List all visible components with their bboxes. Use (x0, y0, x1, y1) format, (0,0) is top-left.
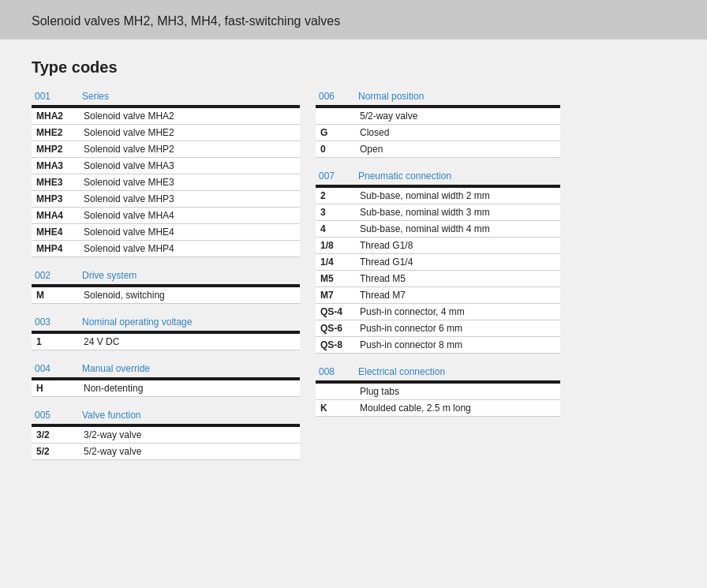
page-wrapper: Solenoid valves MH2, MH3, MH4, fast-swit… (0, 0, 707, 588)
table-row: 4Sub-base, nominal width 4 mm (316, 221, 560, 238)
header-bar: Solenoid valves MH2, MH3, MH4, fast-swit… (0, 0, 707, 39)
row-code: K (316, 400, 355, 417)
row-code: MHA3 (32, 158, 79, 174)
type-code-table: 008Electrical connectionPlug tabsKMoulde… (316, 365, 560, 417)
row-description: 5/2-way valve (79, 444, 284, 460)
row-description: Closed (355, 125, 560, 141)
table-row: 1/4Thread G1/4 (316, 254, 560, 271)
row-code: M5 (316, 271, 355, 287)
row-description: Solenoid valve MHP2 (79, 141, 284, 158)
row-code: MHP4 (32, 241, 79, 257)
row-code: 1 (32, 334, 79, 350)
table-label: Normal position (355, 89, 560, 105)
table-id: 007 (316, 169, 355, 185)
table-row: QS-8Push-in connector 8 mm (316, 337, 560, 354)
left-column: 001SeriesMHA2Solenoid valve MHA2MHE2Sole… (32, 89, 300, 471)
table-row: 124 V DC (32, 334, 300, 350)
row-description: Solenoid valve MHA3 (79, 158, 284, 174)
page-title: Solenoid valves MH2, MH3, MH4, fast-swit… (32, 14, 675, 28)
table-row: 0Open (316, 141, 560, 158)
table-row: Plug tabs (316, 384, 560, 400)
table-id: 004 (32, 361, 79, 377)
row-description: Push-in connector, 4 mm (355, 304, 560, 320)
row-code: 2 (316, 188, 355, 204)
row-code: QS-4 (316, 304, 355, 320)
table-row: GClosed (316, 125, 560, 141)
row-code: QS-6 (316, 320, 355, 337)
table-id: 001 (32, 89, 79, 105)
row-code: M7 (316, 287, 355, 304)
row-description: 3/2-way valve (79, 427, 284, 444)
table-row: 5/2-way valve (316, 108, 560, 125)
row-description: Solenoid valve MHP3 (79, 191, 284, 208)
row-code: QS-8 (316, 337, 355, 354)
table-label: Manual override (79, 361, 284, 377)
row-code: MHE2 (32, 125, 79, 141)
type-code-group: 003Nominal operating voltage124 V DC (32, 315, 300, 350)
row-description: 24 V DC (79, 334, 284, 350)
row-description: Thread M5 (355, 271, 560, 287)
table-id: 005 (32, 408, 79, 424)
row-code: M (32, 287, 79, 304)
table-row: MHA2Solenoid valve MHA2 (32, 108, 300, 125)
row-description: Non-detenting (79, 380, 284, 397)
row-description: Thread M7 (355, 287, 560, 304)
table-id: 006 (316, 89, 355, 105)
table-label: Nominal operating voltage (79, 315, 284, 331)
table-label: Series (79, 89, 284, 105)
table-label: Valve function (79, 408, 284, 424)
tables-container: 001SeriesMHA2Solenoid valve MHA2MHE2Sole… (32, 89, 675, 471)
table-row: M5Thread M5 (316, 271, 560, 287)
row-description: Thread G1/8 (355, 238, 560, 254)
row-description: Push-in connector 6 mm (355, 320, 560, 337)
type-code-group: 008Electrical connectionPlug tabsKMoulde… (316, 365, 560, 417)
row-code: MHP2 (32, 141, 79, 158)
type-code-table: 006Normal position5/2-way valveGClosed0O… (316, 89, 560, 158)
table-row: KMoulded cable, 2.5 m long (316, 400, 560, 417)
row-code: 4 (316, 221, 355, 238)
table-row: MHA3Solenoid valve MHA3 (32, 158, 300, 174)
table-row: MHP3Solenoid valve MHP3 (32, 191, 300, 208)
row-code: 1/4 (316, 254, 355, 271)
row-code: 0 (316, 141, 355, 158)
row-description: Push-in connector 8 mm (355, 337, 560, 354)
row-description: Solenoid valve MHE2 (79, 125, 284, 141)
row-description: Solenoid valve MHE4 (79, 224, 284, 241)
type-code-table: 005Valve function3/23/2-way valve5/25/2-… (32, 408, 300, 460)
table-row: 1/8Thread G1/8 (316, 238, 560, 254)
table-row: HNon-detenting (32, 380, 300, 397)
type-code-table: 004Manual overrideHNon-detenting (32, 361, 300, 397)
row-description: Solenoid, switching (79, 287, 284, 304)
table-row: 3/23/2-way valve (32, 427, 300, 444)
row-description: Solenoid valve MHP4 (79, 241, 284, 257)
row-description: Open (355, 141, 560, 158)
type-code-table: 003Nominal operating voltage124 V DC (32, 315, 300, 350)
row-code (316, 384, 355, 400)
type-code-group: 002Drive systemMSolenoid, switching (32, 268, 300, 304)
table-label: Electrical connection (355, 365, 560, 380)
type-code-group: 004Manual overrideHNon-detenting (32, 361, 300, 397)
row-description: Solenoid valve MHE3 (79, 174, 284, 191)
table-row: MHE4Solenoid valve MHE4 (32, 224, 300, 241)
section-title: Type codes (32, 58, 675, 77)
table-row: MSolenoid, switching (32, 287, 300, 304)
row-code: 1/8 (316, 238, 355, 254)
row-code: MHE3 (32, 174, 79, 191)
type-code-group: 001SeriesMHA2Solenoid valve MHA2MHE2Sole… (32, 89, 300, 257)
type-code-group: 006Normal position5/2-way valveGClosed0O… (316, 89, 560, 158)
row-description: Moulded cable, 2.5 m long (355, 400, 560, 417)
type-code-group: 007Pneumatic connection2Sub-base, nomina… (316, 169, 560, 354)
table-label: Pneumatic connection (355, 169, 560, 185)
row-code: MHE4 (32, 224, 79, 241)
row-description: 5/2-way valve (355, 108, 560, 125)
row-description: Sub-base, nominal width 4 mm (355, 221, 560, 238)
row-description: Plug tabs (355, 384, 560, 400)
row-code: 3/2 (32, 427, 79, 444)
row-description: Sub-base, nominal width 2 mm (355, 188, 560, 204)
row-description: Solenoid valve MHA4 (79, 208, 284, 224)
table-row: MHE3Solenoid valve MHE3 (32, 174, 300, 191)
table-id: 008 (316, 365, 355, 380)
table-row: 3Sub-base, nominal width 3 mm (316, 204, 560, 221)
type-code-table: 001SeriesMHA2Solenoid valve MHA2MHE2Sole… (32, 89, 300, 257)
table-row: MHP2Solenoid valve MHP2 (32, 141, 300, 158)
